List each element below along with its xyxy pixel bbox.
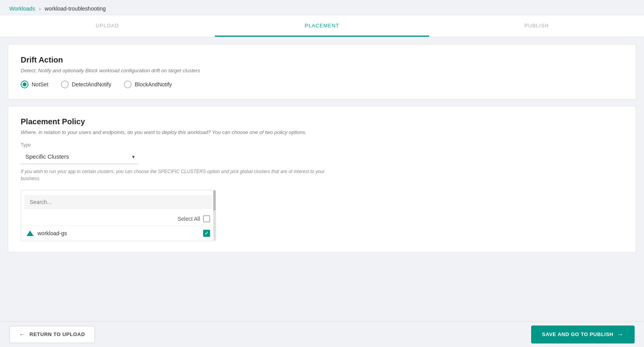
placement-policy-card: Placement Policy Where, in relation to y… <box>8 106 636 252</box>
select-all-label: Select All <box>177 216 200 222</box>
radio-notset[interactable]: NotSet <box>21 80 48 88</box>
publish-label: SAVE AND GO TO PUBLISH <box>542 331 614 337</box>
drift-action-description: Detect, Notify and optionally Block work… <box>21 68 623 73</box>
step-tabs: UPLOAD PLACEMENT PUBLISH <box>0 16 644 37</box>
main-content: Drift Action Detect, Notify and optional… <box>0 37 644 292</box>
radio-detect-notify-indicator <box>61 80 69 88</box>
breadcrumb-current: workload-troubleshooting <box>45 5 105 12</box>
cluster-selector-box: Select All workload-gs <box>21 190 216 241</box>
bottom-bar: ← RETURN TO UPLOAD SAVE AND GO TO PUBLIS… <box>0 321 644 347</box>
radio-detect-notify-label: DetectAndNotify <box>72 81 111 88</box>
cluster-name-label: workload-gs <box>37 230 67 236</box>
cluster-item: workload-gs <box>21 225 216 241</box>
type-dropdown[interactable]: Specific Clusters Closest Cluster <box>21 149 138 164</box>
return-to-upload-button[interactable]: ← RETURN TO UPLOAD <box>9 326 95 343</box>
cluster-checkbox[interactable] <box>203 230 210 237</box>
drift-action-radio-group: NotSet DetectAndNotify BlockAndNotify <box>21 80 623 88</box>
placement-policy-title: Placement Policy <box>21 117 623 126</box>
scroll-thumb[interactable] <box>213 190 216 211</box>
arrow-left-icon: ← <box>19 331 26 338</box>
type-label: Type <box>21 142 623 148</box>
tab-publish[interactable]: PUBLISH <box>429 16 644 37</box>
placement-policy-description: Where, in relation to your users and end… <box>21 129 623 135</box>
radio-notset-label: NotSet <box>32 81 48 88</box>
tab-placement[interactable]: PLACEMENT <box>215 16 430 37</box>
radio-block-notify-label: BlockAndNotify <box>135 81 172 88</box>
arrow-right-icon: → <box>617 331 624 338</box>
breadcrumb-separator: › <box>39 5 41 12</box>
select-all-row: Select All <box>21 214 216 225</box>
drift-action-title: Drift Action <box>21 55 623 64</box>
cluster-search-input[interactable] <box>24 195 212 209</box>
select-all-checkbox[interactable] <box>203 215 210 222</box>
type-hint-text: If you wish to run your app in certain c… <box>21 168 333 182</box>
save-and-go-to-publish-button[interactable]: SAVE AND GO TO PUBLISH → <box>531 326 635 343</box>
type-dropdown-wrapper: Specific Clusters Closest Cluster ▾ <box>21 149 138 164</box>
breadcrumb: Workloads › workload-troubleshooting <box>0 0 644 16</box>
radio-block-notify[interactable]: BlockAndNotify <box>124 80 172 88</box>
radio-notset-indicator <box>21 80 29 88</box>
return-label: RETURN TO UPLOAD <box>30 331 85 337</box>
drift-action-card: Drift Action Detect, Notify and optional… <box>8 44 636 100</box>
cluster-name: workload-gs <box>27 230 67 236</box>
radio-detect-notify[interactable]: DetectAndNotify <box>61 80 111 88</box>
cluster-list: Select All workload-gs <box>21 214 216 241</box>
radio-block-notify-indicator <box>124 80 132 88</box>
tab-upload[interactable]: UPLOAD <box>0 16 215 37</box>
cluster-triangle-icon <box>27 231 34 236</box>
scroll-track <box>213 190 216 241</box>
breadcrumb-workloads-link[interactable]: Workloads <box>9 5 35 12</box>
